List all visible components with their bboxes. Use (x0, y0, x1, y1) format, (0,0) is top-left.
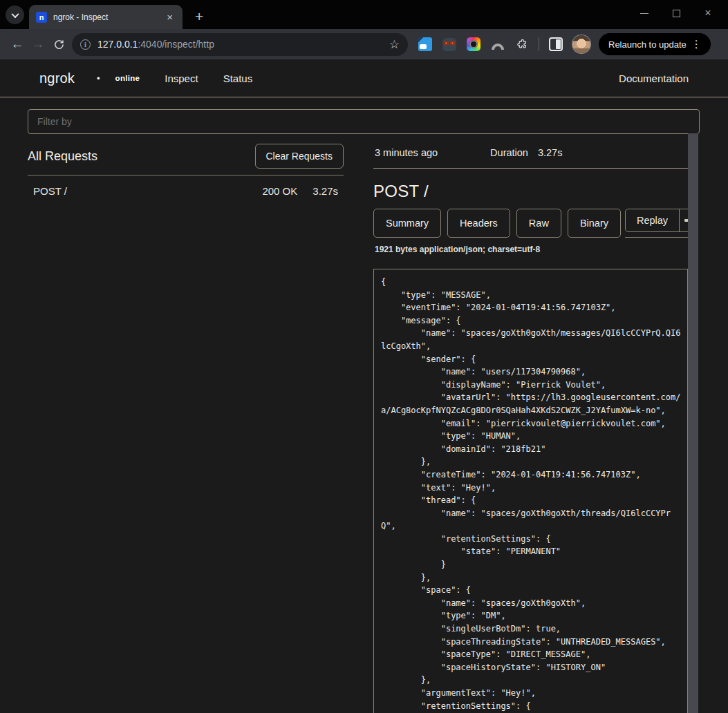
status-dot-icon: • (97, 73, 100, 84)
request-detail-panel: 3 minutes ago Duration 3.27s POST / Summ… (373, 138, 688, 713)
extensions-area (418, 35, 590, 53)
reload-button[interactable] (48, 34, 69, 55)
address-bar[interactable]: i 127.0.0.1:4040/inspect/http ☆ (72, 33, 408, 56)
bookmark-star-icon[interactable]: ☆ (389, 37, 400, 52)
side-panel-button[interactable] (548, 37, 563, 52)
url-path: :4040/inspect/http (138, 39, 214, 50)
tab-strip: n ngrok - Inspect × + × (0, 0, 728, 29)
chevron-down-icon (11, 10, 19, 17)
extension-goggles-button[interactable] (442, 37, 457, 52)
request-body-json: { "type": "MESSAGE", "eventTime": "2024-… (381, 276, 680, 712)
profile-avatar[interactable] (572, 35, 590, 53)
clear-requests-button[interactable]: Clear Requests (255, 144, 344, 169)
relaunch-update-button[interactable]: Relaunch to update ⋮ (599, 33, 711, 55)
tab-raw[interactable]: Raw (516, 209, 561, 238)
request-duration: 3.27s (312, 185, 338, 197)
minimize-icon (640, 13, 648, 14)
request-method-path: POST / (33, 185, 262, 197)
request-meta-row: 3 minutes ago Duration 3.27s (373, 138, 688, 169)
replay-group: Replay (625, 209, 697, 232)
extension-window-button[interactable] (418, 37, 433, 52)
ngrok-logo[interactable]: ngrok (39, 70, 75, 86)
minimize-button[interactable] (628, 0, 660, 26)
replay-button[interactable]: Replay (625, 209, 680, 232)
request-title: POST / (373, 182, 688, 201)
request-time-ago: 3 minutes ago (375, 147, 438, 158)
tab-close-icon[interactable]: × (164, 10, 176, 23)
tab-headers[interactable]: Headers (447, 209, 510, 238)
toolbar-divider (539, 37, 539, 51)
reload-icon (53, 39, 65, 50)
url-host: 127.0.0.1 (97, 39, 138, 50)
duration-label: Duration (490, 147, 528, 158)
close-icon: × (704, 8, 711, 19)
tabs-underline: Replay (625, 209, 697, 238)
ngrok-favicon-icon: n (36, 12, 47, 23)
tab-search-button[interactable] (6, 6, 24, 24)
requests-title: All Requests (28, 149, 97, 164)
content-columns: All Requests Clear Requests POST / 200 O… (28, 138, 700, 713)
tab-binary[interactable]: Binary (568, 209, 621, 238)
ngrok-inspect-page: ngrok • online Inspect Status Documentat… (0, 59, 728, 713)
site-info-icon[interactable]: i (80, 39, 91, 50)
new-tab-button[interactable]: + (191, 9, 207, 23)
documentation-link[interactable]: Documentation (619, 73, 689, 84)
extension-lens-button[interactable] (466, 37, 481, 52)
relaunch-label: Relaunch to update (608, 39, 687, 50)
maximize-button[interactable] (660, 0, 692, 26)
browser-tab[interactable]: n ngrok - Inspect × (29, 5, 183, 29)
blue-window-icon (418, 37, 432, 51)
content-meta: 1921 bytes application/json; charset=utf… (373, 245, 688, 254)
request-status: 200 OK (262, 185, 297, 197)
window-controls: × (628, 0, 724, 26)
requests-panel-header: All Requests Clear Requests (28, 138, 344, 175)
extensions-menu-button[interactable] (514, 37, 530, 52)
browser-window: n ngrok - Inspect × + × ← → i 127.0.0.1:… (0, 0, 728, 713)
browser-toolbar: ← → i 127.0.0.1:4040/inspect/http ☆ Rela… (0, 29, 728, 59)
puzzle-piece-icon (516, 38, 529, 51)
tab-title: ngrok - Inspect (53, 12, 164, 22)
extension-arc-button[interactable] (490, 37, 505, 52)
filter-input[interactable] (28, 109, 700, 134)
forward-button[interactable]: → (28, 34, 48, 55)
main-content: All Requests Clear Requests POST / 200 O… (0, 97, 728, 713)
tunnel-status: online (115, 74, 140, 82)
url-text: 127.0.0.1:4040/inspect/http (97, 39, 214, 50)
close-button[interactable]: × (692, 0, 724, 26)
tab-summary[interactable]: Summary (373, 209, 441, 238)
scrollbar-thumb[interactable] (688, 133, 698, 713)
back-button[interactable]: ← (7, 34, 28, 55)
duration-value: 3.27s (538, 147, 562, 158)
response-body-box: { "type": "MESSAGE", "eventTime": "2024-… (373, 269, 688, 713)
maximize-icon (673, 10, 680, 17)
request-row[interactable]: POST / 200 OK 3.27s (28, 175, 344, 207)
site-header: ngrok • online Inspect Status Documentat… (0, 59, 728, 97)
detail-tabs: Summary Headers Raw Binary Replay (373, 209, 688, 238)
camera-lens-icon (467, 37, 480, 51)
nav-inspect[interactable]: Inspect (165, 73, 198, 84)
arc-icon (492, 44, 504, 50)
browser-menu-icon[interactable]: ⋮ (687, 38, 707, 50)
requests-panel: All Requests Clear Requests POST / 200 O… (28, 138, 344, 207)
nav-status[interactable]: Status (223, 73, 253, 84)
goggles-icon (442, 38, 456, 51)
side-panel-icon (549, 37, 563, 51)
